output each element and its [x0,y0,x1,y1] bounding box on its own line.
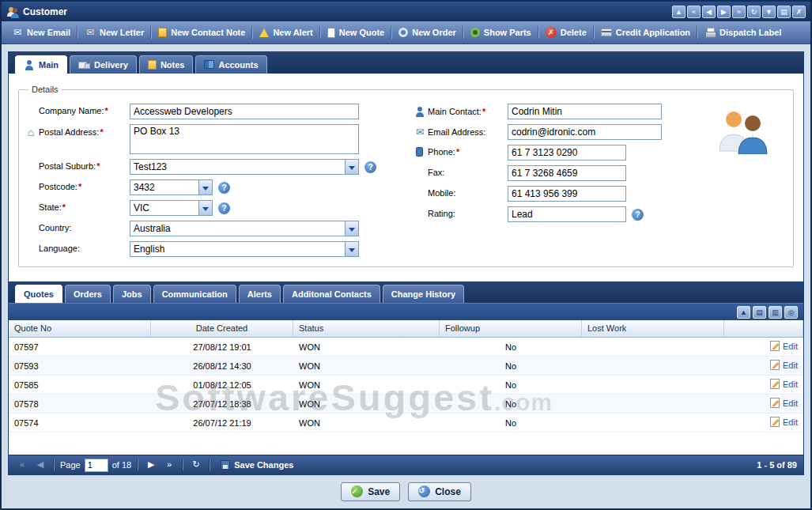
new-contact-note-button[interactable]: New Contact Note [153,25,251,40]
postal-address-input[interactable]: PO Box 13 [130,124,359,154]
note-icon [158,28,167,37]
save-changes-button[interactable]: Save Changes [216,459,298,471]
cell-actions: Edit [724,338,803,356]
rating-input[interactable] [508,206,626,222]
help-icon[interactable] [632,209,644,221]
page-of-label: of 18 [112,460,131,470]
search-icon[interactable]: ◎ [784,306,798,319]
export-icon[interactable]: ▤ [753,306,766,319]
required-marker: * [105,106,108,115]
book-icon [204,60,214,69]
new-order-button[interactable]: New Order [393,25,462,40]
new-letter-button[interactable]: New Letter [79,25,149,40]
new-alert-button[interactable]: New Alert [254,25,318,40]
save-icon[interactable]: ▼ [762,6,776,18]
table-row[interactable]: 07574 26/07/12 21:19 WON No Edit [9,414,803,433]
fax-input[interactable] [508,165,626,181]
close-icon[interactable]: ✗ [792,6,806,18]
toolbar-separator [463,26,464,39]
company-name-input[interactable] [130,104,359,119]
edit-link[interactable]: Edit [770,379,798,389]
tab-orders[interactable]: Orders [65,285,111,303]
close-button[interactable]: Close [408,482,471,501]
table-row[interactable]: 07585 01/08/12 12:05 WON No Edit [9,376,803,395]
edit-link[interactable]: Edit [770,360,798,370]
prev-icon[interactable]: ◀ [702,6,716,18]
chevron-down-icon[interactable] [345,159,359,175]
column-header-quote-no[interactable]: Quote No [9,320,151,337]
table-row[interactable]: 07597 27/08/12 19:01 WON No Edit [9,338,803,357]
edit-label: Edit [783,342,798,351]
button-label: New Quote [339,28,384,37]
form-row: State: * [25,200,403,216]
tab-jobs[interactable]: Jobs [113,285,151,303]
form-row: Email Address: [414,124,705,140]
cell-actions: Edit [724,414,803,432]
toolbar-separator [251,26,253,39]
phone-input[interactable] [508,145,626,161]
tab-quotes[interactable]: Quotes [15,285,62,303]
table-row[interactable]: 07578 27/07/12 18:38 WON No Edit [9,395,803,414]
save-button[interactable]: Save [341,482,400,501]
edit-link[interactable]: Edit [770,341,798,351]
parts-icon [470,28,480,37]
page-next-icon[interactable]: ▶ [144,458,158,472]
page-first-icon[interactable]: « [15,458,29,472]
tab-label: Additonal Contacts [292,289,372,299]
chevron-down-icon[interactable] [198,179,213,195]
print-icon[interactable]: ▤ [777,6,791,18]
form-row: Postal Suburb: * [25,159,403,175]
chevron-down-icon[interactable] [198,200,213,216]
language-input[interactable] [130,241,345,257]
country-input[interactable] [130,221,345,236]
chevron-down-icon[interactable] [345,241,359,257]
credit-application-button[interactable]: Credit Application [595,25,696,40]
postcode-input[interactable] [130,179,198,195]
edit-link[interactable]: Edit [770,417,798,427]
email-address-input[interactable] [508,124,662,140]
help-icon[interactable] [218,202,230,214]
chevron-down-icon[interactable] [345,221,359,236]
main-contact-input[interactable] [508,104,662,119]
pager-separator [182,459,183,470]
column-header-lost-work[interactable]: Lost Work [582,320,724,337]
delete-button[interactable]: Delete [540,25,592,40]
tab-notes[interactable]: Notes [139,55,194,74]
label-text: Phone: [428,147,455,157]
tab-alerts[interactable]: Alerts [239,285,281,303]
column-header-date-created[interactable]: Date Created [151,320,293,337]
close-button-label: Close [435,486,461,497]
tab-label: Quotes [24,289,54,299]
tab-accounts[interactable]: Accounts [195,55,266,74]
new-quote-button[interactable]: New Quote [322,25,390,40]
tab-additonal-contacts[interactable]: Additonal Contacts [283,285,380,303]
dispatch-label-button[interactable]: Dispatch Label [699,25,787,40]
cell-followup: No [440,377,582,393]
refresh-icon[interactable]: ↻ [747,6,761,18]
tab-communication[interactable]: Communication [153,285,236,303]
postal-suburb-input[interactable] [130,159,345,175]
new-email-button[interactable]: New Email [6,25,76,40]
refresh-icon[interactable]: ↻ [189,458,203,472]
column-header-followup[interactable]: Followup [440,320,582,337]
state-input[interactable] [130,200,198,216]
next-icon[interactable]: ▶ [717,6,731,18]
mobile-input[interactable] [508,186,626,202]
tab-main[interactable]: Main [15,55,67,74]
collapse-icon[interactable]: ▲ [672,6,685,18]
show-parts-button[interactable]: Show Parts [465,25,537,40]
tab-change-history[interactable]: Change History [383,285,464,303]
last-icon[interactable]: » [732,6,746,18]
collapse-icon[interactable]: ▲ [737,306,750,319]
help-icon[interactable] [364,161,376,173]
page-prev-icon[interactable]: ◀ [33,458,47,472]
edit-link[interactable]: Edit [770,398,798,408]
page-last-icon[interactable]: » [162,458,176,472]
print-icon[interactable]: ▥ [769,306,782,319]
page-number-input[interactable] [85,459,108,472]
tab-delivery[interactable]: Delivery [70,55,137,74]
first-icon[interactable]: « [687,6,701,18]
column-header-status[interactable]: Status [293,320,440,337]
table-row[interactable]: 07593 26/08/12 14:30 WON No Edit [9,357,803,376]
help-icon[interactable] [218,182,230,194]
